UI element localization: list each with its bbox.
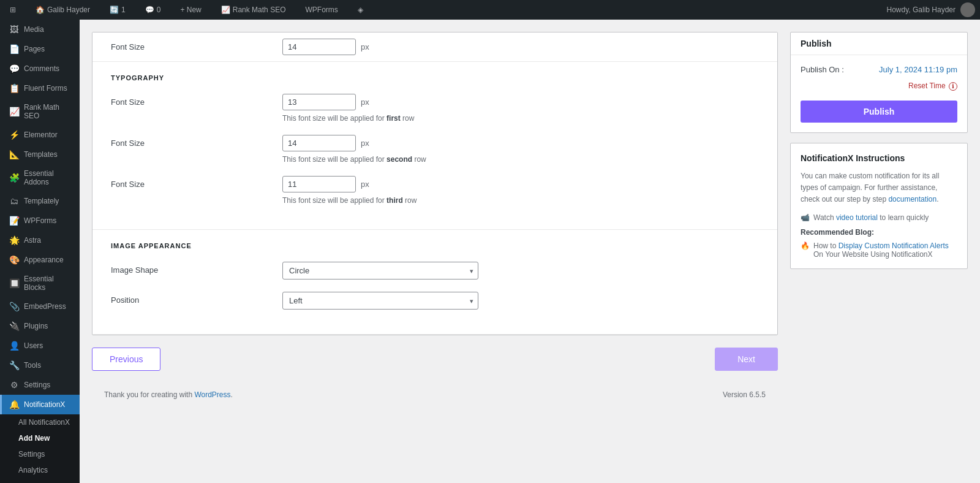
publish-box: Publish Publish On : July 1, 2024 11:19 … — [790, 32, 968, 133]
sidebar-item-essential-addons[interactable]: 🧩 Essential Addons — [0, 164, 80, 191]
diamond-icon: ◈ — [358, 6, 363, 14]
sidebar-item-label: Appearance — [24, 256, 64, 264]
appearance-icon: 🎨 — [9, 255, 19, 265]
sidebar-item-label: EmbedPress — [24, 302, 66, 311]
font-size-hint-highlight-1: first — [386, 114, 401, 123]
sidebar-item-astra[interactable]: 🌟 Astra — [0, 230, 80, 250]
adminbar-site-name[interactable]: 🏠 Galib Hayder — [31, 0, 95, 20]
sidebar-item-wpforms[interactable]: 📝 WPForms — [0, 211, 80, 230]
updates-count: 1 — [121, 6, 126, 14]
font-size-input-1[interactable] — [282, 94, 356, 110]
embedpress-icon: 📎 — [9, 302, 19, 311]
adminbar-rank-math[interactable]: 📈 Rank Math SEO — [216, 0, 291, 20]
font-size-row-1: Font Size px This font size will be appl… — [111, 94, 759, 123]
font-size-row-2: Font Size px This font size will be appl… — [111, 135, 759, 164]
position-select[interactable]: Left Right Top — [282, 292, 478, 310]
sidebar-item-users[interactable]: 👤 Users — [0, 336, 80, 356]
sidebar-item-media[interactable]: 🖼 Media — [0, 20, 80, 39]
sidebar-item-label: Settings — [24, 381, 50, 389]
sidebar-item-rank-math-seo[interactable]: 📈 Rank Math SEO — [0, 98, 80, 125]
adminbar-updates[interactable]: 🔄 1 — [105, 0, 130, 20]
sidebar-item-embedpress[interactable]: 📎 EmbedPress — [0, 297, 80, 316]
sidebar-item-appearance[interactable]: 🎨 Appearance — [0, 250, 80, 270]
footer-buttons: Previous Next — [92, 335, 778, 383]
adminbar-diamond[interactable]: ◈ — [353, 0, 368, 20]
sidebar-item-plugins[interactable]: 🔌 Plugins — [0, 316, 80, 336]
publish-button[interactable]: Publish — [801, 101, 957, 123]
publish-date: July 1, 2024 11:19 pm — [879, 65, 957, 74]
sidebar-item-tools[interactable]: 🔧 Tools — [0, 356, 80, 375]
site-name-label: Galib Hayder — [47, 6, 90, 14]
font-size-hint-highlight-2: second — [386, 155, 412, 164]
image-shape-select[interactable]: Circle Square Rounded — [282, 262, 478, 280]
recommended-blog-label: Recommended Blog: — [801, 228, 957, 237]
next-button[interactable]: Next — [715, 348, 778, 371]
submenu-quick-builder[interactable]: Quick Builder — [0, 478, 80, 483]
adminbar-wpforms[interactable]: WPForms — [300, 0, 342, 20]
sidebar-item-fluent-forms[interactable]: 📋 Fluent Forms — [0, 78, 80, 98]
site-icon: 🏠 — [36, 6, 45, 14]
sidebar-item-label: Tools — [24, 361, 41, 370]
sidebar-item-elementor[interactable]: ⚡ Elementor — [0, 125, 80, 145]
submenu-add-new[interactable]: Add New — [0, 430, 80, 446]
position-control: Left Right Top ▾ — [282, 292, 759, 310]
image-shape-control: Circle Square Rounded ▾ — [282, 262, 759, 280]
image-appearance-section: IMAGE APPEARANCE Image Shape Circle Squa… — [92, 230, 777, 335]
pre-font-size-unit: px — [361, 42, 369, 51]
sidebar-item-templates[interactable]: 📐 Templates — [0, 145, 80, 164]
updates-icon: 🔄 — [110, 6, 119, 14]
content-wrapper: Font Size px TYPOGRAPHY Font Size — [92, 32, 968, 406]
footer-thanks-text: Thank you for creating with — [104, 390, 194, 399]
adminbar-comments[interactable]: 💬 0 — [140, 0, 166, 20]
publish-on-label: Publish On : — [801, 65, 844, 74]
adminbar-new[interactable]: + New — [175, 0, 206, 20]
comments-count: 0 — [157, 6, 161, 14]
footer-wp-link[interactable]: WordPress — [194, 390, 230, 399]
submenu-analytics[interactable]: Analytics — [0, 462, 80, 478]
font-size-input-2[interactable] — [282, 135, 356, 151]
reset-time-label: Reset Time — [908, 82, 946, 90]
sidebar-item-label: Rank Math SEO — [24, 103, 72, 120]
font-size-input-group-1: px — [282, 94, 759, 110]
reset-time[interactable]: Reset Time ℹ — [801, 82, 957, 91]
pre-font-size-control: px — [282, 39, 369, 55]
submenu-settings[interactable]: Settings — [0, 446, 80, 462]
sidebar-item-pages[interactable]: 📄 Pages — [0, 39, 80, 59]
image-shape-select-wrapper: Circle Square Rounded ▾ — [282, 262, 478, 280]
font-size-unit-1: px — [361, 97, 369, 107]
font-size-input-3[interactable] — [282, 176, 356, 192]
comments-icon: 💬 — [145, 6, 154, 14]
wpforms-icon: 📝 — [9, 216, 19, 226]
sidebar-item-templately[interactable]: 🗂 Templately — [0, 191, 80, 211]
documentation-link[interactable]: documentation — [888, 195, 937, 203]
sidebar-item-comments[interactable]: 💬 Comments — [0, 59, 80, 78]
font-size-input-group-3: px — [282, 176, 759, 192]
wpforms-label: WPForms — [305, 6, 337, 14]
submenu-all-notificationx[interactable]: All NotificationX — [0, 414, 80, 430]
fluent-forms-icon: 📋 — [9, 83, 19, 93]
pre-font-size-row: Font Size px — [92, 32, 777, 62]
sidebar-item-label: Essential Addons — [24, 169, 72, 186]
sidebar-item-settings[interactable]: ⚙ Settings — [0, 375, 80, 395]
font-size-control-2: px This font size will be applied for se… — [282, 135, 759, 164]
typography-section: TYPOGRAPHY Font Size px This font size — [92, 62, 777, 230]
notificationx-icon: 🔔 — [9, 400, 19, 409]
adminbar-wp-logo[interactable]: ⊞ — [5, 0, 21, 20]
footer-thanks: Thank you for creating with WordPress. — [104, 390, 233, 399]
position-label: Position — [111, 292, 282, 305]
font-size-row-3: Font Size px This font size will be appl… — [111, 176, 759, 205]
sidebar-item-essential-blocks[interactable]: 🔲 Essential Blocks — [0, 270, 80, 297]
watch-text: Watch video tutorial to learn quickly — [813, 213, 929, 222]
pre-font-size-input[interactable] — [282, 39, 356, 55]
previous-button[interactable]: Previous — [92, 348, 160, 371]
blog-article-link[interactable]: Display Custom Notification Alerts — [839, 242, 949, 250]
sidebar-item-label: Elementor — [24, 131, 58, 139]
font-size-label-1: Font Size — [111, 94, 282, 107]
font-size-label-2: Font Size — [111, 135, 282, 148]
media-icon: 🖼 — [9, 25, 19, 34]
font-size-hint-3: This font size will be applied for third… — [282, 196, 759, 205]
video-tutorial-link[interactable]: video tutorial — [836, 213, 878, 222]
elementor-icon: ⚡ — [9, 130, 19, 140]
left-content: Font Size px TYPOGRAPHY Font Size — [92, 32, 778, 406]
sidebar-item-notificationx[interactable]: 🔔 NotificationX — [0, 395, 80, 414]
